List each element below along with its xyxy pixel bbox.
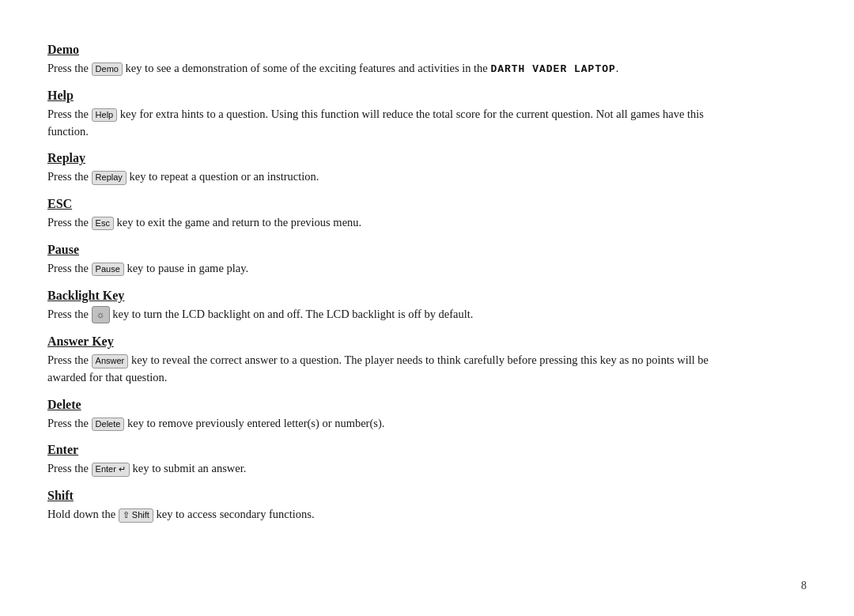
replay-key-badge: Replay	[92, 171, 127, 184]
section-title-shift: Shift	[47, 489, 743, 503]
section-replay: Replay Press the Replay key to repeat a …	[47, 151, 743, 186]
enter-key-badge: Enter ↵	[92, 463, 130, 476]
section-shift: Shift Hold down the ⇧ Shift key to acces…	[47, 489, 743, 523]
page-number: 8	[801, 580, 807, 592]
section-title-demo: Demo	[47, 43, 743, 57]
section-backlight: Backlight Key Press the ☼ key to turn th…	[47, 289, 743, 324]
esc-key-badge: Esc	[92, 217, 114, 230]
demo-key-badge: Demo	[92, 62, 123, 76]
backlight-key-badge: ☼	[92, 306, 110, 323]
delete-key-badge: Delete	[92, 418, 125, 431]
section-title-replay: Replay	[47, 151, 743, 165]
section-enter: Enter Press the Enter ↵ key to submit an…	[47, 443, 743, 478]
page-content: Demo Press the Demo key to see a demonst…	[0, 0, 791, 573]
section-body-backlight: Press the ☼ key to turn the LCD backligh…	[47, 306, 743, 324]
help-key-badge: Help	[92, 108, 118, 122]
section-title-enter: Enter	[47, 443, 743, 457]
section-body-delete: Press the Delete key to remove previousl…	[47, 415, 743, 433]
section-title-pause: Pause	[47, 243, 743, 257]
pause-key-badge: Pause	[92, 263, 124, 276]
section-body-esc: Press the Esc key to exit the game and r…	[47, 214, 743, 232]
section-body-demo: Press the Demo key to see a demonstratio…	[47, 60, 743, 77]
section-title-help: Help	[47, 89, 743, 103]
section-body-enter: Press the Enter ↵ key to submit an answe…	[47, 460, 743, 478]
section-title-backlight: Backlight Key	[47, 289, 743, 303]
section-answer: Answer Key Press the Answer key to revea…	[47, 334, 743, 387]
section-help: Help Press the Help key for extra hints …	[47, 89, 743, 141]
section-title-answer: Answer Key	[47, 334, 743, 349]
section-title-delete: Delete	[47, 398, 743, 412]
section-demo: Demo Press the Demo key to see a demonst…	[47, 43, 743, 77]
section-body-answer: Press the Answer key to reveal the corre…	[47, 352, 743, 387]
section-pause: Pause Press the Pause key to pause in ga…	[47, 243, 743, 278]
section-body-shift: Hold down the ⇧ Shift key to access seco…	[47, 506, 743, 523]
section-body-pause: Press the Pause key to pause in game pla…	[47, 260, 743, 278]
section-body-help: Press the Help key for extra hints to a …	[47, 106, 743, 141]
answer-key-badge: Answer	[92, 354, 129, 368]
section-body-replay: Press the Replay key to repeat a questio…	[47, 168, 743, 186]
shift-key-badge: ⇧ Shift	[119, 508, 153, 522]
section-delete: Delete Press the Delete key to remove pr…	[47, 398, 743, 433]
section-esc: ESC Press the Esc key to exit the game a…	[47, 197, 743, 232]
section-title-esc: ESC	[47, 197, 743, 211]
darth-vader-label: DARTH VADER LAPTOP	[490, 63, 615, 75]
